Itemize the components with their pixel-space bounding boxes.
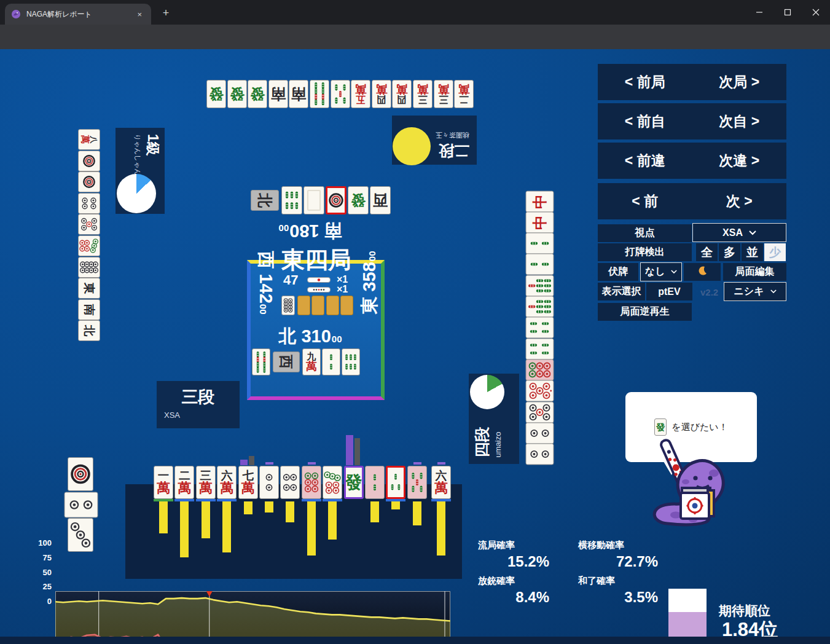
tile-E: 東 (78, 278, 100, 299)
tile-back (326, 296, 339, 315)
tile-hatsu: 發 (348, 186, 369, 214)
window-close-button[interactable] (802, 0, 830, 25)
tile-S: 南 (289, 80, 308, 108)
prev-round-button[interactable]: < 前局 (625, 73, 665, 92)
tile-3m[interactable]: 三萬 (196, 466, 216, 499)
fuhai-label: 伏牌 (598, 263, 638, 281)
naga-rec-bar-gray (249, 456, 254, 465)
tile-8s (252, 348, 270, 375)
discard-rate-bar (413, 501, 421, 525)
window-minimize-button[interactable] (745, 0, 773, 25)
round-label: 東四局 (281, 245, 351, 276)
dahai-option-1[interactable]: 全 (696, 243, 718, 261)
discard-rate-bar (265, 501, 273, 512)
chevron-down-icon (770, 289, 777, 294)
tab-close-icon[interactable]: × (134, 9, 145, 20)
dahai-detect-label: 打牌検出 (598, 243, 692, 261)
tile-1p (68, 457, 93, 491)
tile-4s (525, 317, 554, 339)
tile-5p (78, 214, 100, 235)
tile-hatsu: 發 (227, 80, 247, 108)
tile-5s[interactable] (407, 466, 427, 499)
mascot-eye (708, 476, 712, 480)
discard-rate-bar (286, 501, 294, 522)
tile-7s (525, 296, 554, 318)
naga-report-page: < 前局 次局 > < 前自 次自 > < 前違 次違 > < 前 次 > 視点… (0, 49, 830, 644)
prev-mismatch-button[interactable]: < 前違 (625, 151, 665, 170)
browser-tabstrip: NAGA解析レポート × + (0, 0, 830, 25)
player-rank: 1級 (143, 134, 162, 156)
rec-strip (413, 462, 421, 465)
rec-strip (437, 462, 445, 465)
tab-title: NAGA解析レポート (26, 9, 134, 20)
chart-y-tick: 50 (31, 568, 52, 577)
player-rank: 四段 (472, 427, 492, 458)
win-pie-right (470, 375, 504, 409)
tile-6m[interactable]: 六萬 (431, 466, 451, 499)
night-mode-button[interactable] (684, 263, 721, 281)
reverse-play-button[interactable]: 局面逆再生 (598, 303, 692, 321)
tile-2s[interactable] (365, 466, 385, 499)
tile-7m[interactable]: 七萬 (238, 466, 258, 499)
tile-N: 北 (78, 320, 100, 341)
chart-y-tick: 0 (31, 597, 52, 606)
dahai-option-4[interactable]: 少 (764, 243, 786, 261)
naga-rec-bar-gray (354, 438, 360, 465)
tile-0p (525, 380, 554, 402)
nav-mismatch-buttons[interactable]: < 前違 次違 > (598, 143, 786, 179)
new-tab-button[interactable]: + (159, 6, 173, 20)
tile-2m[interactable]: 二萬 (174, 466, 194, 499)
viewpoint-label: 視点 (598, 224, 692, 242)
next-step-button[interactable]: 次 > (726, 192, 753, 211)
window-maximize-button[interactable] (773, 0, 802, 25)
fuhai-select[interactable]: なし (640, 262, 682, 281)
discard-rate-bar (202, 501, 210, 538)
chevron-down-icon (749, 230, 756, 235)
win-pie-top (393, 127, 431, 165)
tile-3s[interactable] (386, 466, 405, 499)
tile-2p[interactable] (259, 466, 279, 499)
tile-2s (525, 254, 554, 275)
discard-rate-bar (180, 501, 189, 557)
nav-round-buttons[interactable]: < 前局 次局 > (598, 64, 786, 100)
prev-self-button[interactable]: < 前自 (625, 112, 665, 131)
crescent-moon-icon (697, 265, 708, 278)
next-mismatch-button[interactable]: 次違 > (719, 151, 759, 170)
honba-stick-count: ×1 (337, 284, 348, 295)
chart-y-tick: 100 (31, 538, 52, 548)
prev-step-button[interactable]: < 前 (632, 192, 658, 211)
tile-7p (78, 235, 100, 256)
ptev-button[interactable]: ptEV (646, 283, 692, 300)
tile-7p[interactable] (323, 466, 342, 499)
riichi-stick-icon (307, 277, 331, 283)
discard-rate-bar (307, 501, 316, 556)
tile-S: 南 (78, 299, 100, 320)
tile-chun: 中 (525, 211, 554, 233)
next-self-button[interactable]: 次自 > (719, 112, 759, 131)
edit-position-button[interactable]: 局面編集 (723, 263, 786, 281)
nav-step-buttons[interactable]: < 前 次 > (598, 183, 786, 219)
skin-select[interactable]: ニシキ (724, 282, 786, 301)
wall-count: 47 (283, 272, 298, 288)
next-round-button[interactable]: 次局 > (719, 73, 759, 92)
tile-hatsu[interactable]: 發 (344, 466, 364, 499)
tile-4s (525, 338, 554, 359)
browser-tab[interactable]: NAGA解析レポート × (5, 4, 151, 25)
dahai-option-3[interactable]: 並 (742, 243, 763, 261)
tile-6m[interactable]: 六萬 (217, 466, 237, 499)
tile-back (297, 296, 310, 315)
nav-self-buttons[interactable]: < 前自 次自 > (598, 103, 786, 139)
tile-2p (64, 492, 98, 517)
tile-6s (342, 348, 360, 375)
viewpoint-select[interactable]: XSA (692, 223, 786, 242)
player-rank: 二段 (439, 141, 469, 161)
tile-6p[interactable] (302, 466, 321, 499)
tile-4p[interactable] (280, 466, 300, 499)
tile-6p (525, 359, 554, 380)
dahai-option-2[interactable]: 多 (719, 243, 740, 261)
player-name: 桃園茶々玉 (436, 130, 469, 139)
honba-stick-row: ×1 (307, 284, 348, 295)
tile-1m[interactable]: 一萬 (154, 466, 173, 499)
naga-favicon-icon (11, 9, 21, 19)
player-name: XSA (164, 410, 240, 420)
